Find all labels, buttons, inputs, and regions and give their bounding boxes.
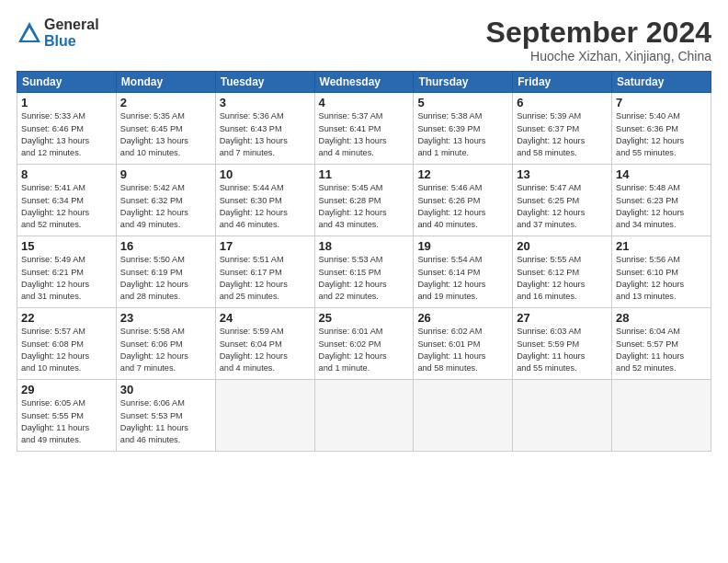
- table-row: 6Sunrise: 5:39 AMSunset: 6:37 PMDaylight…: [513, 93, 612, 165]
- table-row: 21Sunrise: 5:56 AMSunset: 6:10 PMDayligh…: [612, 236, 711, 308]
- table-row: [414, 380, 513, 452]
- header-friday: Friday: [513, 72, 612, 93]
- table-row: 24Sunrise: 5:59 AMSunset: 6:04 PMDayligh…: [215, 308, 314, 380]
- day-info: Sunrise: 5:45 AMSunset: 6:28 PMDaylight:…: [319, 182, 410, 231]
- logo-blue-text: Blue: [44, 33, 99, 50]
- day-info: Sunrise: 5:36 AMSunset: 6:43 PMDaylight:…: [220, 110, 311, 159]
- day-info: Sunrise: 6:03 AMSunset: 5:59 PMDaylight:…: [517, 326, 608, 374]
- day-number: 9: [120, 167, 211, 181]
- day-info: Sunrise: 6:01 AMSunset: 6:02 PMDaylight:…: [319, 326, 410, 374]
- table-row: 1Sunrise: 5:33 AMSunset: 6:46 PMDaylight…: [17, 93, 117, 165]
- table-row: [215, 380, 314, 452]
- day-number: 15: [21, 239, 112, 253]
- logo-text: General Blue: [44, 17, 99, 49]
- calendar-header-row: Sunday Monday Tuesday Wednesday Thursday…: [17, 72, 711, 93]
- table-row: 11Sunrise: 5:45 AMSunset: 6:28 PMDayligh…: [314, 165, 414, 236]
- month-title: September 2024: [486, 17, 711, 49]
- table-row: 29Sunrise: 6:05 AMSunset: 5:55 PMDayligh…: [17, 380, 117, 452]
- day-number: 28: [616, 311, 707, 325]
- day-number: 6: [517, 96, 608, 109]
- day-info: Sunrise: 5:49 AMSunset: 6:21 PMDaylight:…: [21, 254, 112, 303]
- calendar-row: 8Sunrise: 5:41 AMSunset: 6:34 PMDaylight…: [17, 165, 711, 236]
- table-row: 8Sunrise: 5:41 AMSunset: 6:34 PMDaylight…: [17, 165, 117, 236]
- table-row: 22Sunrise: 5:57 AMSunset: 6:08 PMDayligh…: [17, 308, 117, 380]
- logo: General Blue: [17, 17, 99, 49]
- day-number: 21: [616, 239, 707, 253]
- day-info: Sunrise: 5:37 AMSunset: 6:41 PMDaylight:…: [319, 110, 410, 159]
- day-number: 12: [417, 167, 508, 181]
- table-row: 3Sunrise: 5:36 AMSunset: 6:43 PMDaylight…: [215, 93, 314, 165]
- header-monday: Monday: [116, 72, 215, 93]
- header-wednesday: Wednesday: [314, 72, 414, 93]
- table-row: [513, 380, 612, 452]
- day-info: Sunrise: 5:35 AMSunset: 6:45 PMDaylight:…: [120, 110, 211, 159]
- table-row: [314, 380, 414, 452]
- calendar-row: 1Sunrise: 5:33 AMSunset: 6:46 PMDaylight…: [17, 93, 711, 165]
- day-info: Sunrise: 5:46 AMSunset: 6:26 PMDaylight:…: [417, 182, 508, 231]
- day-number: 30: [120, 383, 211, 396]
- day-info: Sunrise: 5:55 AMSunset: 6:12 PMDaylight:…: [517, 254, 608, 303]
- table-row: 10Sunrise: 5:44 AMSunset: 6:30 PMDayligh…: [215, 165, 314, 236]
- table-row: 17Sunrise: 5:51 AMSunset: 6:17 PMDayligh…: [215, 236, 314, 308]
- day-number: 16: [120, 239, 211, 253]
- day-info: Sunrise: 5:54 AMSunset: 6:14 PMDaylight:…: [417, 254, 508, 303]
- table-row: 9Sunrise: 5:42 AMSunset: 6:32 PMDaylight…: [116, 165, 215, 236]
- header-tuesday: Tuesday: [215, 72, 314, 93]
- table-row: 13Sunrise: 5:47 AMSunset: 6:25 PMDayligh…: [513, 165, 612, 236]
- day-info: Sunrise: 5:50 AMSunset: 6:19 PMDaylight:…: [120, 254, 211, 303]
- day-number: 25: [319, 311, 410, 325]
- table-row: 7Sunrise: 5:40 AMSunset: 6:36 PMDaylight…: [612, 93, 711, 165]
- day-info: Sunrise: 5:48 AMSunset: 6:23 PMDaylight:…: [616, 182, 707, 231]
- day-number: 13: [517, 167, 608, 181]
- day-number: 27: [517, 311, 608, 325]
- day-number: 19: [417, 239, 508, 253]
- day-number: 24: [220, 311, 311, 325]
- day-info: Sunrise: 5:42 AMSunset: 6:32 PMDaylight:…: [120, 182, 211, 231]
- header-saturday: Saturday: [612, 72, 711, 93]
- day-number: 2: [120, 96, 211, 109]
- day-number: 8: [21, 167, 112, 181]
- day-number: 11: [319, 167, 410, 181]
- day-info: Sunrise: 6:02 AMSunset: 6:01 PMDaylight:…: [417, 326, 508, 374]
- day-number: 3: [220, 96, 311, 109]
- page: General Blue September 2024 Huoche Xizha…: [0, 0, 728, 563]
- table-row: 16Sunrise: 5:50 AMSunset: 6:19 PMDayligh…: [116, 236, 215, 308]
- day-info: Sunrise: 5:56 AMSunset: 6:10 PMDaylight:…: [616, 254, 707, 303]
- table-row: 25Sunrise: 6:01 AMSunset: 6:02 PMDayligh…: [314, 308, 414, 380]
- day-info: Sunrise: 5:59 AMSunset: 6:04 PMDaylight:…: [220, 326, 311, 374]
- header-sunday: Sunday: [17, 72, 117, 93]
- day-info: Sunrise: 6:05 AMSunset: 5:55 PMDaylight:…: [21, 397, 112, 446]
- day-number: 10: [220, 167, 311, 181]
- day-number: 23: [120, 311, 211, 325]
- title-block: September 2024 Huoche Xizhan, Xinjiang, …: [486, 17, 711, 63]
- day-number: 14: [616, 167, 707, 181]
- day-info: Sunrise: 5:57 AMSunset: 6:08 PMDaylight:…: [21, 326, 112, 374]
- table-row: 18Sunrise: 5:53 AMSunset: 6:15 PMDayligh…: [314, 236, 414, 308]
- calendar-row: 15Sunrise: 5:49 AMSunset: 6:21 PMDayligh…: [17, 236, 711, 308]
- day-info: Sunrise: 5:53 AMSunset: 6:15 PMDaylight:…: [319, 254, 410, 303]
- location-subtitle: Huoche Xizhan, Xinjiang, China: [486, 49, 711, 63]
- logo-icon: [17, 20, 42, 46]
- header: General Blue September 2024 Huoche Xizha…: [17, 17, 711, 63]
- day-info: Sunrise: 5:38 AMSunset: 6:39 PMDaylight:…: [417, 110, 508, 159]
- day-number: 18: [319, 239, 410, 253]
- table-row: 26Sunrise: 6:02 AMSunset: 6:01 PMDayligh…: [414, 308, 513, 380]
- day-info: Sunrise: 5:51 AMSunset: 6:17 PMDaylight:…: [220, 254, 311, 303]
- day-number: 17: [220, 239, 311, 253]
- table-row: 12Sunrise: 5:46 AMSunset: 6:26 PMDayligh…: [414, 165, 513, 236]
- logo-general-text: General: [44, 17, 99, 33]
- day-info: Sunrise: 6:04 AMSunset: 5:57 PMDaylight:…: [616, 326, 707, 374]
- day-info: Sunrise: 5:41 AMSunset: 6:34 PMDaylight:…: [21, 182, 112, 231]
- day-info: Sunrise: 5:44 AMSunset: 6:30 PMDaylight:…: [220, 182, 311, 231]
- day-info: Sunrise: 5:39 AMSunset: 6:37 PMDaylight:…: [517, 110, 608, 159]
- day-number: 1: [21, 96, 112, 109]
- table-row: 15Sunrise: 5:49 AMSunset: 6:21 PMDayligh…: [17, 236, 117, 308]
- day-number: 22: [21, 311, 112, 325]
- table-row: 4Sunrise: 5:37 AMSunset: 6:41 PMDaylight…: [314, 93, 414, 165]
- table-row: 5Sunrise: 5:38 AMSunset: 6:39 PMDaylight…: [414, 93, 513, 165]
- table-row: 2Sunrise: 5:35 AMSunset: 6:45 PMDaylight…: [116, 93, 215, 165]
- day-number: 29: [21, 383, 112, 396]
- table-row: 30Sunrise: 6:06 AMSunset: 5:53 PMDayligh…: [116, 380, 215, 452]
- calendar-row: 22Sunrise: 5:57 AMSunset: 6:08 PMDayligh…: [17, 308, 711, 380]
- header-thursday: Thursday: [414, 72, 513, 93]
